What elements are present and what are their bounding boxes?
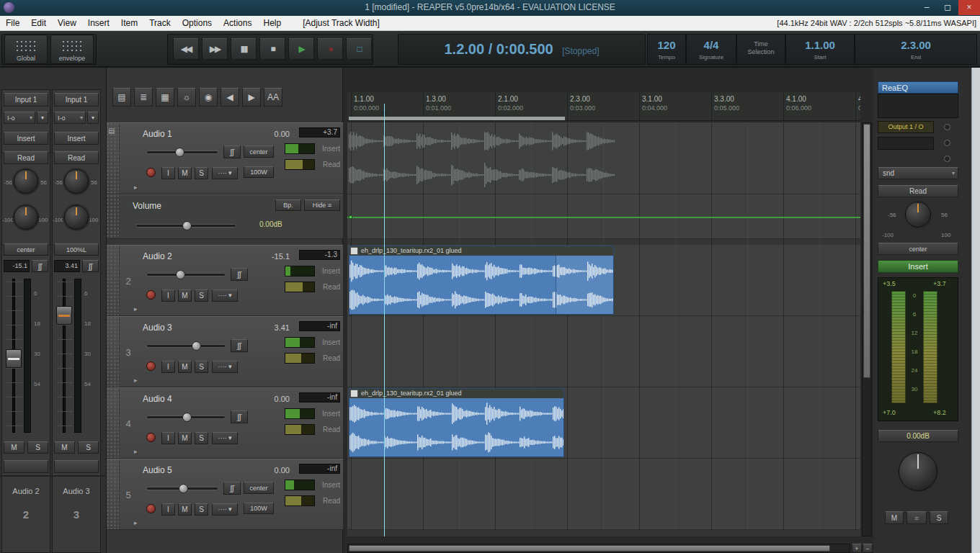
transport-pause-button[interactable]: ▮▮ [231, 38, 257, 60]
track-fx-button[interactable]: ʃʃ [231, 410, 248, 423]
read-button[interactable]: Read [4, 151, 48, 164]
fx-window-title[interactable]: ReaEQ [878, 81, 958, 94]
track-input-button[interactable]: I [161, 432, 175, 444]
track-mute-button[interactable]: M [178, 361, 192, 373]
track-expand-icon[interactable]: ▸ [134, 448, 138, 455]
transport-fast-forward-button[interactable]: ▶▶ [202, 38, 228, 60]
volume-slider-thumb[interactable] [192, 341, 201, 351]
io-dropdown[interactable]: I-o▾ [54, 112, 86, 124]
selection-start-cell[interactable]: 1.1.00 Start [785, 34, 855, 65]
transport-rewind-button[interactable]: ◀◀ [173, 38, 199, 60]
output-button[interactable]: Output 1 / O [878, 121, 934, 133]
menu-adjusttrackwidth[interactable]: [Adjust Track Width] [297, 16, 386, 30]
pan-mode-button[interactable]: 100%L [54, 243, 99, 256]
tcp-prev-marker-icon[interactable]: ◀ [220, 88, 239, 107]
minimize-button[interactable]: – [917, 0, 937, 15]
send-dropdown[interactable]: snd ▾ [878, 167, 958, 179]
record-arm-button[interactable] [146, 168, 156, 177]
volume-envelope-line[interactable] [347, 217, 860, 218]
menu-options[interactable]: Options [177, 16, 218, 30]
master-pan-knob[interactable] [905, 202, 931, 228]
tcp-auto-arm-button[interactable]: AA [264, 88, 282, 107]
transport-record-button[interactable]: ● [317, 38, 343, 60]
zoom-out-button[interactable]: − [863, 544, 873, 553]
route-radio-1[interactable] [944, 124, 950, 130]
track-panel-audio-3[interactable]: 3Audio 33.41-infʃʃIMS···· ▾InsertRead▸ [107, 316, 343, 387]
vscrollbar-thumb[interactable] [863, 124, 870, 378]
track-input-button[interactable]: I [161, 503, 175, 516]
tcp-metronome-icon[interactable]: ◉ [199, 88, 218, 107]
menu-help[interactable]: Help [257, 16, 287, 30]
zoom-in-button[interactable]: + [852, 544, 862, 553]
track-fx-button[interactable]: ʃʃ [231, 268, 248, 281]
track-name[interactable]: Audio 1 [143, 129, 172, 139]
track-pan-button[interactable]: center [244, 145, 274, 158]
envelope-panel-volume[interactable]: VolumeBp.Hide ≡0.00dB [107, 194, 343, 239]
solo-button[interactable]: S [27, 441, 48, 454]
strip-fx-button[interactable]: ʃʃ [32, 260, 48, 272]
track-expand-icon[interactable]: ▸ [134, 305, 138, 313]
fader-track[interactable] [63, 279, 66, 433]
track-name[interactable]: Audio 2 [143, 251, 172, 261]
track-width-button[interactable]: 100W [244, 503, 274, 514]
item-properties-icon[interactable] [350, 247, 358, 255]
track-solo-button[interactable]: S [195, 432, 208, 444]
insert-button[interactable]: Insert [4, 132, 48, 145]
record-arm-button[interactable] [146, 290, 156, 300]
pan-knob[interactable] [14, 169, 38, 194]
track-grip[interactable] [107, 388, 120, 458]
menu-item[interactable]: Item [115, 16, 143, 30]
master-volume-knob[interactable] [899, 452, 937, 491]
record-arm-button[interactable] [146, 361, 156, 371]
fader-handle[interactable] [56, 306, 72, 325]
master-read-button[interactable]: Read [878, 185, 958, 197]
track-name[interactable]: Audio 3 [143, 323, 172, 333]
extra-slot-button[interactable] [54, 460, 99, 473]
tcp-new-project-icon[interactable]: ▤ [112, 88, 131, 107]
track-insert-label[interactable]: Insert [317, 410, 340, 418]
width-knob[interactable] [64, 205, 89, 230]
track-read-label[interactable]: Read [317, 161, 340, 168]
timeline-ruler[interactable]: 1.1.000:00.0001.3.000:01.0002.1.000:02.0… [347, 92, 860, 121]
volume-slider-thumb[interactable] [175, 148, 184, 157]
track-routing-button[interactable]: ···· ▾ [212, 361, 238, 373]
master-volume-button[interactable]: 0.00dB [878, 430, 958, 442]
envelope-bypass-button[interactable]: Bp. [275, 199, 301, 211]
volume-slider-thumb[interactable] [182, 413, 192, 422]
volume-envelope-node[interactable] [349, 215, 352, 219]
track-solo-button[interactable]: S [195, 361, 208, 373]
master-meter[interactable]: +3.5 +3.7 0612182430 +7.0 +8.2 [878, 277, 958, 421]
track-insert-label[interactable]: Insert [317, 145, 340, 153]
mute-button[interactable]: M [54, 441, 75, 454]
extra-slot-button[interactable] [4, 460, 48, 473]
track-solo-button[interactable]: S [195, 167, 208, 179]
record-arm-button[interactable] [146, 504, 156, 513]
track-grip[interactable] [107, 459, 120, 529]
track-name[interactable]: Audio 5 [143, 465, 172, 475]
pan-knob[interactable] [64, 169, 89, 194]
signature-cell[interactable]: 4/4 Signature [686, 34, 736, 65]
track-input-button[interactable]: I [161, 167, 175, 179]
tcp-project-list-icon[interactable]: ≣ [134, 88, 153, 107]
track-insert-label[interactable]: Insert [317, 267, 340, 275]
volume-slider-thumb[interactable] [176, 270, 185, 279]
master-solo-button[interactable]: S [930, 511, 948, 524]
track-volume-slider[interactable] [146, 415, 226, 419]
io-arrow-button[interactable]: ▾ [87, 112, 99, 124]
width-knob[interactable] [14, 205, 38, 230]
track-solo-button[interactable]: S [195, 289, 208, 302]
close-button[interactable]: × [958, 0, 980, 15]
tcp-save-project-icon[interactable]: ▦ [156, 88, 174, 107]
envelope-slider-thumb[interactable] [182, 221, 192, 230]
track-expand-icon[interactable]: ▸ [134, 519, 138, 526]
track-mute-button[interactable]: M [178, 503, 192, 516]
track-input-button[interactable]: I [161, 289, 175, 302]
toolbar-envelope-button[interactable]: envelope [50, 35, 94, 64]
track-volume-slider[interactable] [146, 150, 218, 154]
track-solo-button[interactable]: S [195, 503, 208, 516]
tcp-project-settings-gear-icon[interactable]: ☼ [177, 88, 196, 107]
track-routing-button[interactable]: ···· ▾ [212, 289, 238, 302]
track-mute-button[interactable]: M [178, 289, 192, 302]
mixer-track-name[interactable]: Audio 3 [52, 487, 101, 495]
input-button[interactable]: Input 1 [4, 93, 48, 107]
